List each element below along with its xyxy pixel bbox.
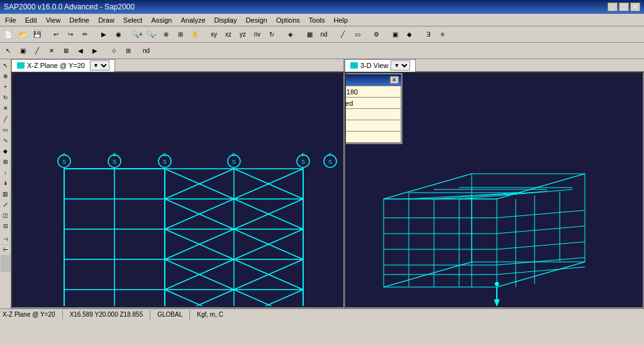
fine-grid[interactable]: ⊞: [121, 44, 135, 58]
misc-tool[interactable]: ⊟: [1, 221, 11, 231]
draw-area[interactable]: ▭: [350, 28, 364, 42]
props-value-empty2: [345, 132, 401, 143]
props-row-empty2: [345, 132, 401, 143]
save-button[interactable]: 💾: [30, 28, 44, 42]
views-container: X-Z Plane @ Y=20 ▼: [11, 59, 644, 308]
menu-edit[interactable]: Edit: [21, 16, 41, 25]
area-load[interactable]: ▥: [1, 189, 11, 199]
open-button[interactable]: 📂: [16, 28, 30, 42]
menu-assign[interactable]: Assign: [147, 16, 175, 25]
left-tab-bar: X-Z Plane @ Y=20 ▼: [11, 59, 343, 72]
select-line[interactable]: ╱: [30, 44, 44, 58]
svg-text:B: B: [113, 152, 116, 157]
select-next[interactable]: ▶: [88, 44, 102, 58]
menu-help[interactable]: Help: [330, 16, 352, 25]
menu-draw[interactable]: Draw: [94, 16, 118, 25]
grid-snap[interactable]: ⊹: [107, 44, 121, 58]
toolbar-1: 📄 📂 💾 ↩ ↪ ✏ ▶ ◉ 🔍+ 🔍- ⊕ ⊞ ✋ xy xz yz nv …: [0, 26, 644, 43]
display-options[interactable]: ⚙: [369, 28, 383, 42]
menu-design[interactable]: Design: [242, 16, 271, 25]
right-view-pane: 3-D View ▼: [345, 59, 644, 308]
view-left-icon[interactable]: ⊣: [1, 234, 11, 244]
menu-select[interactable]: Select: [119, 16, 147, 25]
close-button[interactable]: ✕: [630, 3, 640, 11]
scale-btn[interactable]: ⤢: [1, 200, 11, 210]
minimize-button[interactable]: _: [608, 3, 618, 11]
edit-button[interactable]: ✏: [78, 28, 92, 42]
xz-tab-label: X-Z Plane @ Y=20: [27, 62, 85, 69]
menu-options[interactable]: Options: [272, 16, 304, 25]
node-tool[interactable]: ✕: [1, 103, 11, 113]
select-intersect[interactable]: ✕: [45, 44, 58, 58]
cable-tool[interactable]: ∿: [1, 135, 11, 145]
xz-tab-dropdown[interactable]: ▼: [90, 60, 109, 71]
more2[interactable]: ≡: [436, 28, 450, 42]
xz-plane-view[interactable]: S A S B S C S D: [11, 72, 345, 308]
svg-text:S: S: [232, 159, 236, 165]
zoom-extents[interactable]: ⊞: [174, 28, 187, 42]
redo-button[interactable]: ↪: [64, 28, 77, 42]
frame-tool[interactable]: ╱: [1, 114, 11, 124]
svg-text:E: E: [301, 152, 304, 157]
main-content: ↖ ⊕ + ↻ ✕ ╱ ▭ ∿ ◆ ⊞ ↓ ↡ ▥ ⤢ ◫ ⊟ ⊣ ⊢ X: [0, 59, 644, 308]
menu-display[interactable]: Display: [211, 16, 241, 25]
props-value-section: 2IPE180: [345, 86, 401, 98]
select-pointer[interactable]: ↖: [1, 44, 15, 58]
solid-tool[interactable]: ◆: [1, 146, 11, 156]
3d-view-tab[interactable]: 3-D View ▼: [345, 59, 416, 72]
run-button[interactable]: ▶: [97, 28, 111, 42]
rotate-yz[interactable]: yz: [236, 28, 250, 42]
status-coords: X16.589 Y20.000 Z18.855: [70, 311, 143, 318]
view-right-icon[interactable]: ⊢: [1, 245, 11, 255]
menu-view[interactable]: View: [42, 16, 65, 25]
menu-file[interactable]: File: [1, 16, 20, 25]
joint-load[interactable]: ↓: [1, 167, 11, 178]
props-value-moment: Pinned: [345, 98, 401, 109]
more1[interactable]: ∃: [421, 28, 435, 42]
zoom-window[interactable]: ⊕: [159, 28, 173, 42]
menu-bar: File Edit View Define Draw Select Assign…: [0, 14, 644, 26]
run-modal[interactable]: ◉: [111, 28, 125, 42]
zoom-tool[interactable]: ⊕: [1, 71, 11, 81]
select-prev[interactable]: ◀: [74, 44, 87, 58]
xz-plane-tab[interactable]: X-Z Plane @ Y=20 ▼: [11, 59, 115, 72]
dimension-tool[interactable]: ◫: [1, 210, 11, 220]
title-bar: SAP2000 v16.0.0 Advanced - Sap2000 _ □ ✕: [0, 0, 644, 14]
draw-frame[interactable]: ╱: [336, 28, 350, 42]
render[interactable]: ◆: [402, 28, 416, 42]
status-sep-3: [189, 310, 190, 319]
rotate-free[interactable]: ↻: [265, 28, 279, 42]
svg-text:S: S: [113, 159, 116, 165]
link-tool[interactable]: ⊞: [1, 157, 11, 167]
undo-button[interactable]: ↩: [49, 28, 63, 42]
menu-define[interactable]: Define: [65, 16, 93, 25]
rotate-xz[interactable]: xz: [221, 28, 235, 42]
title-bar-controls: _ □ ✕: [608, 3, 640, 11]
node-label[interactable]: nd: [317, 28, 331, 42]
pan[interactable]: ✋: [188, 28, 202, 42]
menu-analyze[interactable]: Analyze: [177, 16, 209, 25]
pan-tool[interactable]: +: [1, 82, 11, 92]
pointer-tool[interactable]: ↖: [1, 60, 11, 71]
zoom-in[interactable]: 🔍+: [130, 28, 144, 42]
frame-load[interactable]: ↡: [1, 178, 11, 188]
new-button[interactable]: 📄: [1, 28, 15, 42]
rotate-nv[interactable]: nv: [250, 28, 264, 42]
maximize-button[interactable]: □: [619, 3, 629, 11]
3d-tab-dropdown[interactable]: ▼: [391, 60, 410, 71]
props-value-bracing: X: [345, 109, 401, 120]
menu-tools[interactable]: Tools: [305, 16, 329, 25]
rotate-xy[interactable]: xy: [207, 28, 221, 42]
select-window[interactable]: ▣: [16, 44, 30, 58]
3d-extrude[interactable]: ▣: [388, 28, 402, 42]
zoom-out[interactable]: 🔍-: [145, 28, 158, 42]
perspective[interactable]: ◈: [284, 28, 297, 42]
status-sep-2: [150, 310, 150, 319]
properties-close-button[interactable]: ✕: [390, 76, 399, 84]
3d-view[interactable]: Properties of Object ✕ Section 2IPE180 M…: [345, 72, 644, 308]
frame-section[interactable]: ▦: [303, 28, 316, 42]
rotate-tool[interactable]: ↻: [1, 93, 11, 103]
select-all[interactable]: ⊠: [59, 44, 73, 58]
svg-rect-0: [13, 73, 345, 306]
area-tool[interactable]: ▭: [1, 125, 11, 135]
